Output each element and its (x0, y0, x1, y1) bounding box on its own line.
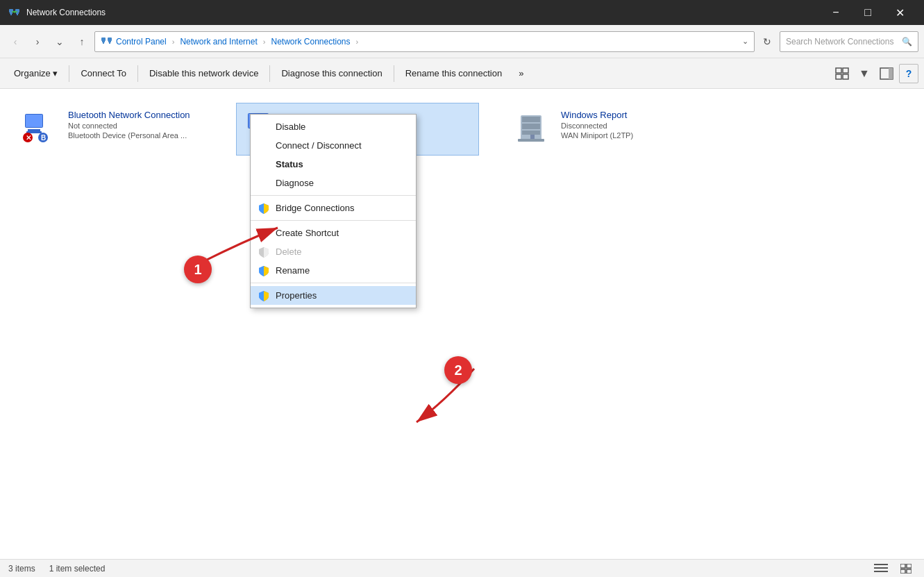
address-bar[interactable]: Control Panel › Network and Internet › N… (94, 31, 755, 52)
search-placeholder: Search Network Connections (786, 37, 899, 47)
ctx-sep-2 (251, 220, 416, 221)
window-title: Network Connections (26, 8, 820, 17)
properties-shield-icon (258, 290, 270, 302)
svg-rect-5 (17, 14, 18, 15)
ctx-rename[interactable]: Rename (251, 261, 416, 280)
windows-report-info: Windows Report Disconnected WAN Miniport… (561, 110, 633, 140)
context-menu: Disable Connect / Disconnect Status Diag… (250, 114, 417, 308)
address-chevron[interactable]: ⌄ (742, 37, 748, 46)
svg-rect-10 (103, 42, 104, 44)
ctx-diagnose[interactable]: Diagnose (251, 174, 416, 192)
ctx-sep-1 (251, 195, 416, 196)
bridge-shield-icon (258, 202, 270, 215)
ctx-bridge-label: Bridge Connections (276, 203, 354, 213)
toolbar: Organize ▾ Connect To Disable this netwo… (0, 58, 924, 89)
bluetooth-status: Not connected (68, 122, 190, 130)
svg-rect-11 (108, 37, 112, 41)
rename-shield-icon (258, 265, 270, 277)
svg-rect-49 (900, 569, 905, 574)
search-icon[interactable]: 🔍 (902, 37, 912, 47)
ctx-connect-disconnect[interactable]: Connect / Disconnect (251, 136, 416, 155)
svg-rect-41 (518, 139, 544, 142)
windows-report-name: Windows Report (561, 110, 633, 120)
svg-rect-4 (16, 12, 19, 14)
windows-report-type: WAN Miniport (L2TP) (561, 131, 633, 140)
arrow-1 (0, 89, 924, 561)
ctx-status-label: Status (276, 159, 303, 169)
title-bar-icon (8, 6, 21, 19)
ctx-diagnose-label: Diagnose (276, 178, 314, 188)
svg-text:B: B (41, 134, 46, 142)
bluetooth-name: Bluetooth Network Connection (68, 110, 190, 120)
toolbar-right: ▼ ? (832, 64, 918, 83)
svg-rect-47 (900, 564, 905, 568)
up-button[interactable]: ↑ (72, 32, 92, 51)
bluetooth-connection-item[interactable]: ✕ B Bluetooth Network Connection Not con… (14, 103, 236, 154)
ctx-bridge[interactable]: Bridge Connections (251, 199, 416, 217)
more-button[interactable]: » (510, 61, 532, 86)
svg-rect-50 (907, 569, 912, 574)
disable-button[interactable]: Disable this network device (141, 61, 267, 86)
ctx-disable[interactable]: Disable (251, 117, 416, 136)
list-view-button[interactable] (871, 559, 891, 578)
ctx-delete-label: Delete (276, 246, 302, 257)
tiles-view-button[interactable] (896, 559, 916, 578)
bluetooth-icon-wrap: ✕ B (22, 110, 60, 147)
ctx-delete[interactable]: Delete (251, 242, 416, 261)
svg-rect-9 (102, 41, 105, 42)
ctx-properties[interactable]: Properties (251, 286, 416, 305)
svg-rect-19 (889, 68, 893, 79)
ctx-sep-3 (251, 283, 416, 283)
ctx-create-shortcut[interactable]: Create Shortcut (251, 224, 416, 242)
breadcrumb-network-connections[interactable]: Network Connections (271, 37, 350, 47)
svg-rect-48 (907, 564, 912, 568)
breadcrumb-network-internet[interactable]: Network and Internet (180, 37, 257, 47)
arrow-2 (0, 89, 924, 561)
forward-button[interactable]: › (28, 32, 47, 51)
step-2-circle: 2 (444, 356, 472, 384)
ctx-disable-label: Disable (276, 122, 305, 132)
delete-shield-icon (258, 246, 270, 258)
view-options-button[interactable] (832, 64, 852, 83)
rename-button[interactable]: Rename this connection (397, 61, 510, 86)
breadcrumb-control-panel[interactable]: Control Panel (116, 37, 167, 47)
svg-rect-38 (522, 124, 540, 129)
svg-rect-14 (836, 68, 841, 73)
refresh-button[interactable]: ↻ (757, 32, 777, 51)
svg-rect-13 (109, 42, 110, 44)
recent-locations-button[interactable]: ⌄ (50, 32, 69, 51)
status-bar-right (871, 559, 916, 578)
minimize-button[interactable]: − (820, 0, 852, 25)
ctx-rename-label: Rename (276, 265, 310, 276)
ctx-status[interactable]: Status (251, 155, 416, 174)
connect-to-button[interactable]: Connect To (72, 61, 135, 86)
bluetooth-info: Bluetooth Network Connection Not connect… (68, 110, 190, 140)
view-chevron-button[interactable]: ▼ (855, 64, 874, 83)
maximize-button[interactable]: □ (852, 0, 884, 25)
svg-rect-15 (843, 68, 848, 73)
windows-report-item[interactable]: Windows Report Disconnected WAN Miniport… (507, 103, 715, 154)
help-button[interactable]: ? (899, 64, 918, 83)
svg-rect-12 (108, 41, 111, 42)
step-1-circle: 1 (184, 256, 212, 283)
svg-rect-40 (530, 135, 535, 139)
title-bar: Network Connections − □ ✕ (0, 0, 924, 25)
ctx-create-shortcut-label: Create Shortcut (276, 228, 339, 238)
svg-rect-8 (101, 37, 106, 41)
diagnose-button[interactable]: Diagnose this connection (273, 61, 390, 86)
svg-rect-21 (26, 115, 42, 127)
svg-rect-44 (874, 564, 888, 565)
pane-button[interactable] (877, 64, 896, 83)
back-button[interactable]: ‹ (6, 32, 25, 51)
status-bar: 3 items 1 item selected (0, 559, 924, 577)
address-row: ‹ › ⌄ ↑ Control Panel › Network and Inte… (0, 25, 924, 58)
svg-rect-22 (28, 129, 40, 131)
content-area: ✕ B Bluetooth Network Connection Not con… (0, 89, 924, 561)
ctx-connect-disconnect-label: Connect / Disconnect (276, 140, 362, 151)
organize-button[interactable]: Organize ▾ (6, 61, 66, 86)
close-button[interactable]: ✕ (884, 0, 916, 25)
toolbar-separator-2 (137, 65, 138, 82)
windows-report-icon-wrap (515, 110, 553, 147)
search-box[interactable]: Search Network Connections 🔍 (780, 31, 918, 52)
windows-report-status: Disconnected (561, 122, 633, 130)
